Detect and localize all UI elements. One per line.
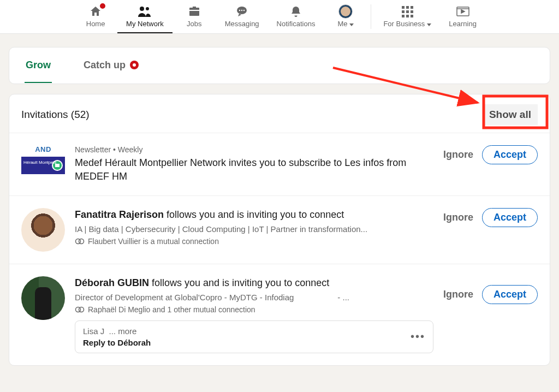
message-menu-button[interactable]: ••• xyxy=(411,330,425,343)
invitations-title: Invitations (52) xyxy=(21,109,90,121)
nav-learning-label: Learning xyxy=(449,20,477,28)
accept-button[interactable]: Accept xyxy=(482,208,538,227)
chevron-down-icon xyxy=(427,23,431,26)
invitations-card: Invitations (52) Show all AND Hérault Mo… xyxy=(9,94,550,366)
invitation-row: Fanatitra Rajerison follows you and is i… xyxy=(9,196,550,264)
avatar-icon xyxy=(338,4,353,19)
invitation-message[interactable]: Lisa J ... more Reply to Déborah ••• xyxy=(75,320,433,353)
tab-grow-label: Grow xyxy=(26,60,51,71)
svg-point-4 xyxy=(241,10,242,11)
invitation-text[interactable]: Medef Hérault Montpellier Network invite… xyxy=(75,156,433,183)
briefcase-icon xyxy=(188,4,201,19)
svg-point-11 xyxy=(79,307,84,312)
invitation-row: AND Hérault Montpelli Newsletter • Weekl… xyxy=(9,133,550,196)
nav-business-label: For Business xyxy=(383,20,431,28)
invitation-text[interactable]: Fanatitra Rajerison follows you and is i… xyxy=(75,208,433,222)
ignore-button[interactable]: Ignore xyxy=(443,212,473,223)
svg-point-1 xyxy=(146,7,149,10)
invitation-suffix: follows you and is inviting you to conne… xyxy=(164,209,344,220)
chat-icon xyxy=(235,4,248,19)
nav-messaging-label: Messaging xyxy=(225,20,259,28)
invitation-text[interactable]: Déborah GUBIN follows you and is invitin… xyxy=(75,276,433,290)
tab-grow[interactable]: Grow xyxy=(25,49,52,83)
mutual-icon xyxy=(75,306,85,313)
nav-notifications-label: Notifications xyxy=(277,20,316,28)
svg-point-5 xyxy=(243,10,245,11)
newsletter-thumbnail[interactable]: AND Hérault Montpelli xyxy=(21,145,65,174)
tab-catch-up[interactable]: Catch up xyxy=(82,49,140,83)
nav-business[interactable]: For Business xyxy=(374,0,440,33)
apps-grid-icon xyxy=(402,4,413,19)
nav-jobs[interactable]: Jobs xyxy=(173,0,216,33)
tab-catchup-label: Catch up xyxy=(84,60,126,71)
people-icon xyxy=(138,4,152,19)
bell-icon xyxy=(289,4,302,19)
show-all-button[interactable]: Show all xyxy=(483,104,538,125)
global-nav: Home My Network Jobs Messaging Notificat… xyxy=(0,0,559,34)
tabs-card: Grow Catch up xyxy=(9,47,550,84)
newsletter-brand: AND xyxy=(35,145,51,153)
message-more[interactable]: ... more xyxy=(109,326,137,336)
nav-network-label: My Network xyxy=(126,20,164,28)
message-preview: Lisa J ... more xyxy=(83,326,151,336)
nav-separator xyxy=(371,4,371,29)
svg-point-9 xyxy=(79,239,84,243)
nav-notifications[interactable]: Notifications xyxy=(268,0,324,33)
mutual-icon xyxy=(75,238,85,245)
nav-learning[interactable]: Learning xyxy=(440,0,485,33)
mutual-connections[interactable]: Flaubert Vuillier is a mutual connection xyxy=(75,237,433,246)
chevron-down-icon xyxy=(349,23,354,26)
accept-button[interactable]: Accept xyxy=(482,145,538,164)
mutual-text: Flaubert Vuillier is a mutual connection xyxy=(88,237,219,246)
invitation-suffix: follows you and is inviting you to conne… xyxy=(149,277,329,288)
mutual-text: Raphaël Di Meglio and 1 other mutual con… xyxy=(88,305,255,314)
invitation-row: Déborah GUBIN follows you and is invitin… xyxy=(9,264,550,365)
home-icon xyxy=(89,4,102,19)
invitations-header: Invitations (52) Show all xyxy=(9,94,550,133)
notification-badge xyxy=(99,2,106,10)
invitation-meta: Newsletter • Weekly xyxy=(75,145,433,154)
ignore-button[interactable]: Ignore xyxy=(443,149,473,161)
inviter-headline: IA | Big data | Cybersecurity | Cloud Co… xyxy=(75,224,424,234)
nav-home-label: Home xyxy=(86,20,105,28)
svg-point-3 xyxy=(239,10,240,11)
inviter-headline: Director of Development at Global'Copro … xyxy=(75,293,424,302)
reply-link[interactable]: Reply to Déborah xyxy=(83,338,151,347)
nav-me[interactable]: Me xyxy=(324,0,367,33)
newsletter-caption: Hérault Montpelli xyxy=(23,160,56,165)
nav-me-label: Me xyxy=(337,20,354,28)
nav-messaging[interactable]: Messaging xyxy=(216,0,268,33)
nav-home[interactable]: Home xyxy=(74,0,117,33)
new-activity-dot xyxy=(130,61,139,69)
nav-my-network[interactable]: My Network xyxy=(117,0,173,33)
nav-jobs-label: Jobs xyxy=(187,20,201,28)
inviter-name: Fanatitra Rajerison xyxy=(75,209,164,220)
inviter-name: Déborah GUBIN xyxy=(75,277,149,288)
svg-point-0 xyxy=(140,7,144,11)
profile-avatar[interactable] xyxy=(21,276,65,320)
mutual-connections[interactable]: Raphaël Di Meglio and 1 other mutual con… xyxy=(75,305,433,314)
accept-button[interactable]: Accept xyxy=(482,285,538,304)
profile-avatar[interactable] xyxy=(21,208,65,252)
learning-icon xyxy=(456,4,470,19)
ignore-button[interactable]: Ignore xyxy=(443,289,473,300)
